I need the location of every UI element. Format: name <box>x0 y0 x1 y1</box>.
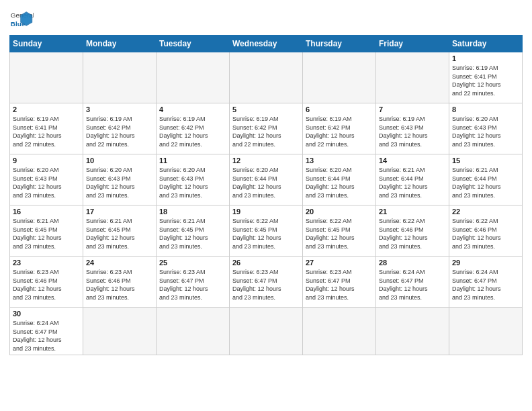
day-number: 29 <box>452 259 519 267</box>
calendar-cell: 6Sunrise: 6:19 AM Sunset: 6:42 PM Daylig… <box>303 103 376 154</box>
calendar-cell: 15Sunrise: 6:21 AM Sunset: 6:44 PM Dayli… <box>449 154 523 205</box>
calendar-cell: 23Sunrise: 6:23 AM Sunset: 6:46 PM Dayli… <box>10 257 83 308</box>
day-number: 25 <box>159 259 226 267</box>
day-info: Sunrise: 6:23 AM Sunset: 6:47 PM Dayligh… <box>159 268 226 302</box>
day-info: Sunrise: 6:24 AM Sunset: 6:47 PM Dayligh… <box>13 319 80 353</box>
header-sunday: Sunday <box>10 36 83 52</box>
logo: General Blue <box>9 7 34 31</box>
day-info: Sunrise: 6:20 AM Sunset: 6:43 PM Dayligh… <box>13 166 80 199</box>
day-number: 17 <box>86 208 153 216</box>
calendar-cell: 27Sunrise: 6:23 AM Sunset: 6:47 PM Dayli… <box>303 257 376 308</box>
day-info: Sunrise: 6:19 AM Sunset: 6:42 PM Dayligh… <box>159 115 226 148</box>
calendar-cell: 19Sunrise: 6:22 AM Sunset: 6:45 PM Dayli… <box>230 205 303 257</box>
calendar-cell: 17Sunrise: 6:21 AM Sunset: 6:45 PM Dayli… <box>83 205 157 257</box>
calendar-cell: 20Sunrise: 6:22 AM Sunset: 6:45 PM Dayli… <box>303 205 376 257</box>
day-number: 3 <box>86 105 153 113</box>
calendar-cell: 16Sunrise: 6:21 AM Sunset: 6:45 PM Dayli… <box>10 205 83 257</box>
calendar-cell: 1Sunrise: 6:19 AM Sunset: 6:41 PM Daylig… <box>449 52 523 103</box>
day-info: Sunrise: 6:22 AM Sunset: 6:46 PM Dayligh… <box>452 217 519 250</box>
day-info: Sunrise: 6:21 AM Sunset: 6:44 PM Dayligh… <box>452 166 519 199</box>
day-number: 7 <box>379 105 446 113</box>
day-number: 22 <box>452 208 519 216</box>
day-info: Sunrise: 6:19 AM Sunset: 6:42 PM Dayligh… <box>306 115 373 148</box>
header-friday: Friday <box>376 36 449 52</box>
calendar-week-4: 16Sunrise: 6:21 AM Sunset: 6:45 PM Dayli… <box>10 205 523 257</box>
day-number: 19 <box>232 208 300 216</box>
calendar-cell: 2Sunrise: 6:19 AM Sunset: 6:41 PM Daylig… <box>10 103 83 154</box>
day-number: 6 <box>306 105 373 113</box>
day-info: Sunrise: 6:24 AM Sunset: 6:47 PM Dayligh… <box>379 268 446 302</box>
day-number: 30 <box>13 310 80 318</box>
day-number: 8 <box>452 105 519 113</box>
day-info: Sunrise: 6:23 AM Sunset: 6:46 PM Dayligh… <box>86 268 153 302</box>
day-number: 28 <box>379 259 446 267</box>
calendar-cell <box>83 52 157 103</box>
calendar-cell: 29Sunrise: 6:24 AM Sunset: 6:47 PM Dayli… <box>449 257 523 308</box>
header-thursday: Thursday <box>303 36 376 52</box>
day-info: Sunrise: 6:20 AM Sunset: 6:43 PM Dayligh… <box>86 166 153 199</box>
day-info: Sunrise: 6:23 AM Sunset: 6:47 PM Dayligh… <box>306 268 373 302</box>
day-info: Sunrise: 6:19 AM Sunset: 6:41 PM Dayligh… <box>452 64 519 97</box>
day-info: Sunrise: 6:19 AM Sunset: 6:41 PM Dayligh… <box>13 115 80 148</box>
calendar-cell: 4Sunrise: 6:19 AM Sunset: 6:42 PM Daylig… <box>157 103 230 154</box>
day-info: Sunrise: 6:19 AM Sunset: 6:42 PM Dayligh… <box>86 115 153 148</box>
calendar-cell: 26Sunrise: 6:23 AM Sunset: 6:47 PM Dayli… <box>230 257 303 308</box>
calendar-week-1: 1Sunrise: 6:19 AM Sunset: 6:41 PM Daylig… <box>10 52 523 103</box>
day-number: 13 <box>306 156 373 165</box>
calendar-cell <box>303 52 376 103</box>
calendar-cell <box>230 308 303 355</box>
calendar-week-3: 9Sunrise: 6:20 AM Sunset: 6:43 PM Daylig… <box>10 154 523 205</box>
day-info: Sunrise: 6:19 AM Sunset: 6:43 PM Dayligh… <box>379 115 446 148</box>
day-number: 20 <box>306 208 373 216</box>
calendar-week-5: 23Sunrise: 6:23 AM Sunset: 6:46 PM Dayli… <box>10 257 523 308</box>
calendar-week-6: 30Sunrise: 6:24 AM Sunset: 6:47 PM Dayli… <box>10 308 523 355</box>
calendar-week-2: 2Sunrise: 6:19 AM Sunset: 6:41 PM Daylig… <box>10 103 523 154</box>
day-info: Sunrise: 6:20 AM Sunset: 6:44 PM Dayligh… <box>232 166 300 199</box>
calendar-cell: 3Sunrise: 6:19 AM Sunset: 6:42 PM Daylig… <box>83 103 157 154</box>
day-number: 11 <box>159 156 226 165</box>
day-number: 24 <box>86 259 153 267</box>
day-info: Sunrise: 6:22 AM Sunset: 6:45 PM Dayligh… <box>306 217 373 250</box>
day-info: Sunrise: 6:22 AM Sunset: 6:46 PM Dayligh… <box>379 217 446 250</box>
header-wednesday: Wednesday <box>230 36 303 52</box>
day-info: Sunrise: 6:23 AM Sunset: 6:47 PM Dayligh… <box>232 268 300 302</box>
day-info: Sunrise: 6:20 AM Sunset: 6:43 PM Dayligh… <box>159 166 226 199</box>
header-monday: Monday <box>83 36 157 52</box>
day-info: Sunrise: 6:21 AM Sunset: 6:45 PM Dayligh… <box>86 217 153 250</box>
day-info: Sunrise: 6:21 AM Sunset: 6:44 PM Dayligh… <box>379 166 446 199</box>
calendar-cell: 28Sunrise: 6:24 AM Sunset: 6:47 PM Dayli… <box>376 257 449 308</box>
day-number: 10 <box>86 156 153 165</box>
day-number: 4 <box>159 105 226 113</box>
day-info: Sunrise: 6:21 AM Sunset: 6:45 PM Dayligh… <box>13 217 80 250</box>
calendar-header-row: SundayMondayTuesdayWednesdayThursdayFrid… <box>10 36 523 52</box>
day-number: 9 <box>13 156 80 165</box>
calendar-cell: 11Sunrise: 6:20 AM Sunset: 6:43 PM Dayli… <box>157 154 230 205</box>
calendar-cell <box>376 52 449 103</box>
calendar-cell: 8Sunrise: 6:20 AM Sunset: 6:43 PM Daylig… <box>449 103 523 154</box>
calendar-cell: 24Sunrise: 6:23 AM Sunset: 6:46 PM Dayli… <box>83 257 157 308</box>
day-number: 5 <box>232 105 300 113</box>
calendar-cell: 30Sunrise: 6:24 AM Sunset: 6:47 PM Dayli… <box>10 308 83 355</box>
day-number: 21 <box>379 208 446 216</box>
calendar-cell: 10Sunrise: 6:20 AM Sunset: 6:43 PM Dayli… <box>83 154 157 205</box>
calendar-cell: 13Sunrise: 6:20 AM Sunset: 6:44 PM Dayli… <box>303 154 376 205</box>
calendar-cell: 5Sunrise: 6:19 AM Sunset: 6:42 PM Daylig… <box>230 103 303 154</box>
calendar-cell: 18Sunrise: 6:21 AM Sunset: 6:45 PM Dayli… <box>157 205 230 257</box>
day-number: 14 <box>379 156 446 165</box>
header-saturday: Saturday <box>449 36 523 52</box>
calendar-cell <box>376 308 449 355</box>
calendar-cell: 7Sunrise: 6:19 AM Sunset: 6:43 PM Daylig… <box>376 103 449 154</box>
day-number: 15 <box>452 156 519 165</box>
day-number: 26 <box>232 259 300 267</box>
calendar: SundayMondayTuesdayWednesdayThursdayFrid… <box>9 35 523 355</box>
day-info: Sunrise: 6:24 AM Sunset: 6:47 PM Dayligh… <box>452 268 519 302</box>
day-number: 23 <box>13 259 80 267</box>
day-info: Sunrise: 6:21 AM Sunset: 6:45 PM Dayligh… <box>159 217 226 250</box>
calendar-cell <box>157 308 230 355</box>
day-number: 27 <box>306 259 373 267</box>
calendar-cell: 12Sunrise: 6:20 AM Sunset: 6:44 PM Dayli… <box>230 154 303 205</box>
day-number: 16 <box>13 208 80 216</box>
calendar-cell <box>83 308 157 355</box>
calendar-cell: 22Sunrise: 6:22 AM Sunset: 6:46 PM Dayli… <box>449 205 523 257</box>
day-info: Sunrise: 6:20 AM Sunset: 6:43 PM Dayligh… <box>452 115 519 148</box>
